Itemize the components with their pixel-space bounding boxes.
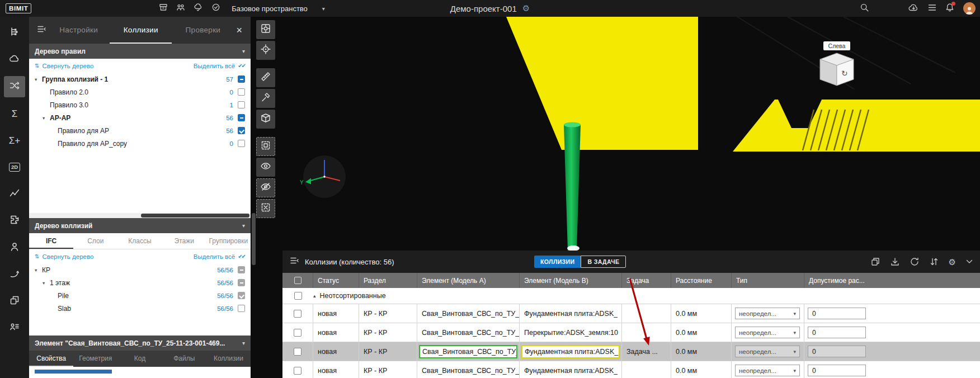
list-menu-icon[interactable] [928, 3, 936, 13]
type-dropdown[interactable]: неопредел...▾ [735, 327, 800, 338]
tool-home[interactable] [256, 20, 275, 39]
tab-ifc[interactable]: IFC [29, 233, 73, 249]
tree-item[interactable]: ▾КР56/56 [29, 263, 251, 276]
cloud-download-icon[interactable] [908, 3, 919, 14]
tree-item[interactable]: ▾Группа коллизий - 157 [29, 73, 251, 86]
tool-clear-selection[interactable] [256, 199, 275, 218]
column-task[interactable]: Задача [622, 273, 671, 288]
sidebar-item-plugins[interactable] [0, 207, 29, 234]
tab-settings[interactable]: Настройки [48, 17, 110, 44]
project-settings-icon[interactable]: ⚙ [522, 3, 530, 13]
row-checkbox[interactable] [294, 367, 301, 375]
import-icon[interactable] [890, 257, 900, 267]
column-type[interactable]: Тип [732, 273, 804, 288]
collapse-tree-link[interactable]: ⇅Свернуть дерево [35, 253, 93, 260]
sidebar-item-collisions[interactable] [0, 73, 29, 100]
sidebar-item-spaces[interactable] [0, 46, 29, 73]
foundation-slab-column[interactable] [506, 17, 698, 150]
panel-menu-icon[interactable] [36, 25, 46, 36]
table-row[interactable]: новая КР - КР Свая_Винтовая_СВС_по_ТУ_ Ф… [282, 304, 980, 323]
checkbox[interactable] [238, 292, 245, 299]
row-checkbox[interactable] [294, 329, 301, 337]
tree-item[interactable]: Правило для АР56 [29, 124, 251, 137]
bimit-logo[interactable]: BIMIT [6, 3, 31, 13]
checkbox[interactable] [238, 266, 245, 273]
checkbox[interactable] [238, 279, 245, 286]
close-icon[interactable]: × [236, 25, 242, 35]
checkbox[interactable] [238, 140, 245, 147]
sidebar-item-users[interactable] [0, 234, 29, 261]
workspace-selector[interactable]: Базовое пространство ▾ [232, 4, 325, 13]
column-distance[interactable]: Расстояние [671, 273, 732, 288]
tree-item[interactable]: ▾1 этаж56/56 [29, 276, 251, 289]
search-icon[interactable] [860, 3, 869, 15]
collapse-panel-icon[interactable] [965, 259, 973, 264]
checkbox[interactable] [238, 305, 245, 312]
users-network-icon[interactable] [176, 3, 185, 14]
sidebar-item-measure[interactable] [0, 261, 29, 288]
checkbox[interactable] [238, 75, 245, 83]
select-all-link[interactable]: Выделить всё✔✔ [194, 253, 245, 260]
collisions-toggle[interactable]: КОЛЛИЗИИ [534, 256, 581, 268]
table-row[interactable]: новая КР - КР Свая_Винтовая_СВС_по_ТУ_ Ф… [282, 342, 980, 361]
panel-scrollbar-thumb[interactable] [252, 213, 256, 265]
tree-item[interactable]: Правило 2.00 [29, 86, 251, 98]
allowed-distance-input[interactable]: 0 [808, 327, 866, 338]
tab-geometry[interactable]: Геометрия [73, 351, 117, 367]
avatar[interactable] [963, 2, 976, 15]
allowed-distance-input[interactable]: 0 [808, 308, 866, 319]
collapse-group-icon[interactable]: ▴ [313, 293, 316, 299]
sidebar-item-contacts[interactable] [0, 315, 29, 342]
allowed-distance-input[interactable]: 0 [808, 365, 866, 376]
tool-section-box[interactable] [256, 137, 275, 156]
axis-gizmo[interactable]: Y [299, 152, 350, 204]
tool-locate[interactable] [256, 41, 275, 60]
cloud-sync-icon[interactable] [194, 3, 203, 14]
tree-item[interactable]: ▾АР-АР56 [29, 111, 251, 124]
tab-groupings[interactable]: Группировки [206, 233, 251, 249]
pile-green[interactable] [564, 125, 581, 251]
tree-item[interactable]: Pile56/56 [29, 289, 251, 302]
tab-collisions[interactable]: Коллизии [110, 17, 172, 44]
tab-files[interactable]: Файлы [162, 351, 206, 367]
sidebar-item-export[interactable] [0, 288, 29, 315]
type-dropdown[interactable]: неопредел...▾ [735, 346, 800, 357]
tree-item[interactable]: Slab56/56 [29, 302, 251, 315]
tool-pick-hammer[interactable] [256, 89, 275, 108]
type-dropdown[interactable]: неопредел...▾ [735, 308, 800, 319]
tree-item[interactable]: Правило 3.01 [29, 98, 251, 111]
checkbox[interactable] [238, 101, 245, 108]
scrollbar-thumb[interactable] [141, 214, 249, 218]
table-row[interactable]: новая КР - КР Свая_Винтовая_СВС_по_ТУ_ Ф… [282, 361, 980, 378]
check-circle-icon[interactable] [211, 3, 220, 14]
sort-updown-icon[interactable] [929, 257, 939, 267]
element-section-header[interactable]: Элемент "Свая_Винтовая_СВС_по_ТУ_25-11-2… [29, 336, 251, 351]
sidebar-item-2d[interactable]: 2D [0, 154, 29, 181]
tool-section-plane[interactable] [256, 110, 275, 129]
row-checkbox[interactable] [294, 292, 302, 300]
view-cube[interactable]: Слева ↻ [817, 41, 857, 87]
checkbox[interactable] [238, 127, 245, 134]
column-element-b[interactable]: Элемент (Модель В) [520, 273, 622, 288]
column-allowed-distance[interactable]: Допустимое рас... [804, 273, 980, 288]
collision-tree-header[interactable]: Дерево коллизий ▾ [29, 218, 251, 233]
tab-collisions[interactable]: Коллизии [206, 351, 251, 367]
sidebar-item-structure[interactable] [0, 20, 29, 46]
tool-hide[interactable] [256, 178, 275, 197]
tree-item[interactable]: Правило для АР_copy0 [29, 137, 251, 150]
rules-tree-header[interactable]: Дерево правил ▾ [29, 44, 251, 59]
tab-layers[interactable]: Слои [73, 233, 117, 249]
tool-measure[interactable] [256, 68, 275, 87]
table-settings-icon[interactable]: ⚙ [949, 258, 956, 266]
table-menu-icon[interactable] [289, 256, 299, 267]
copy-icon[interactable] [870, 257, 880, 267]
group-row[interactable]: ▴ Неотсортированные [282, 288, 980, 304]
collapse-tree-link[interactable]: ⇅Свернуть дерево [35, 63, 93, 69]
table-row[interactable]: новая КР - КР Свая_Винтовая_СВС_по_ТУ_ П… [282, 323, 980, 342]
horizontal-scrollbar[interactable] [29, 213, 251, 218]
tab-code[interactable]: Код [117, 351, 162, 367]
tab-properties[interactable]: Свойства [29, 351, 73, 367]
tab-classes[interactable]: Классы [117, 233, 162, 249]
tool-show[interactable] [256, 158, 275, 177]
selected-property-row[interactable] [35, 370, 112, 374]
